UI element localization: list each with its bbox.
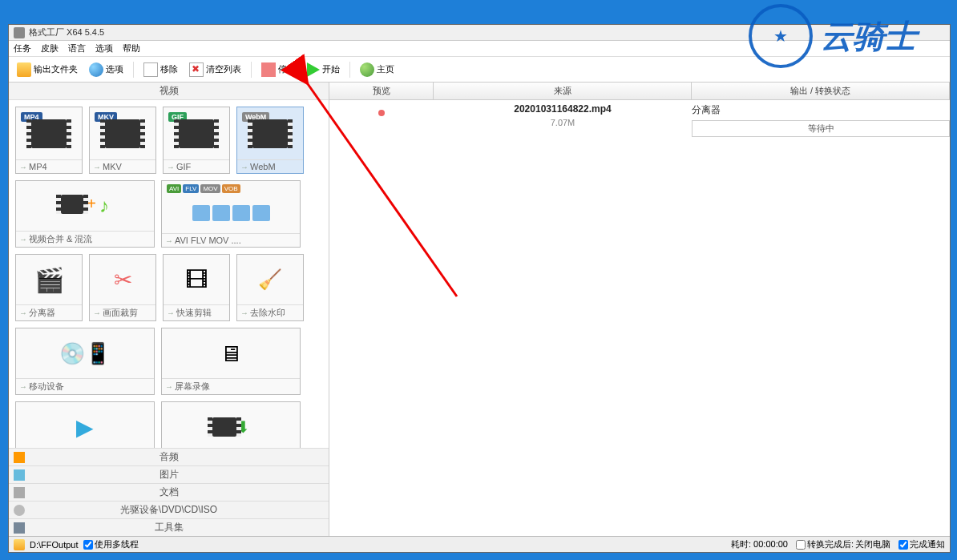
start-button[interactable]: 开始 — [304, 61, 343, 79]
right-panel: 预览 来源 输出 / 转换状态 20201031164822.mp4 7.07M… — [329, 83, 950, 536]
tile-remove-logo[interactable]: 🧹 去除水印 — [236, 254, 304, 321]
options-button[interactable]: 选项 — [86, 61, 127, 79]
tile-mobile[interactable]: 💿📱 移动设备 — [15, 328, 155, 395]
table-body: 20201031164822.mp4 7.07M 分离器 等待中 — [329, 100, 950, 536]
window-title: 格式工厂 X64 5.4.5 — [29, 26, 104, 38]
category-tools[interactable]: 工具集 — [9, 518, 329, 536]
table-row[interactable]: 20201031164822.mp4 7.07M 分离器 等待中 — [329, 100, 950, 142]
player-icon: ▶ — [76, 414, 94, 441]
remove-button[interactable]: 移除 — [140, 61, 181, 79]
output-folder-button[interactable]: 输出文件夹 — [14, 61, 81, 79]
tile-download[interactable]: ⬇ 视频下载 — [161, 401, 301, 448]
globe-icon — [89, 62, 103, 77]
file-name: 20201031164822.mp4 — [434, 103, 692, 115]
conversion-status: 等待中 — [692, 120, 950, 137]
col-preview[interactable]: 预览 — [329, 83, 434, 99]
home-button[interactable]: 主页 — [357, 61, 398, 79]
menu-task[interactable]: 任务 — [14, 42, 31, 54]
tile-gif[interactable]: GIF GIF — [163, 107, 230, 174]
stop-icon — [261, 62, 276, 77]
eraser-icon: 🧹 — [258, 268, 282, 291]
clear-list-button[interactable]: 清空列表 — [186, 61, 244, 79]
category-audio[interactable]: 音频 — [9, 448, 329, 465]
tiles-area: MP4 MP4 MKV MKV GIF GIF WebM WebM — [9, 100, 329, 448]
tile-mkv[interactable]: MKV MKV — [89, 107, 156, 174]
tile-mp4[interactable]: MP4 MP4 — [15, 107, 83, 174]
picture-icon — [14, 469, 25, 481]
menu-opt[interactable]: 选项 — [95, 42, 113, 54]
menu-lang[interactable]: 语言 — [68, 42, 86, 54]
disc-icon: 💿 — [59, 341, 85, 366]
doc-icon — [14, 487, 25, 498]
converter-name: 分离器 — [692, 103, 950, 117]
separator — [133, 62, 134, 78]
clear-icon — [189, 62, 204, 77]
film-icon — [179, 119, 214, 148]
home-icon — [360, 62, 374, 77]
format-badges: AVI FLV MOV VOB — [167, 184, 240, 193]
splitter-icon: 🎬 — [34, 266, 64, 294]
notify-checkbox[interactable]: 完成通知 — [898, 538, 945, 550]
main-content: 视频 MP4 MP4 MKV MKV GIF GIF — [9, 83, 950, 536]
after-convert-checkbox[interactable]: 转换完成后: 关闭电脑 — [796, 538, 890, 550]
film-icon — [252, 119, 288, 148]
category-header-video[interactable]: 视频 — [9, 83, 329, 100]
category-footers: 音频 图片 文档 光驱设备\DVD\CD\ISO 工具集 — [9, 448, 329, 536]
tile-player[interactable]: ▶ 格式播放器 — [15, 401, 155, 448]
separator — [349, 62, 350, 78]
category-picture[interactable]: 图片 — [9, 465, 329, 483]
file-size: 7.07M — [434, 118, 692, 127]
elapsed-label: 耗时: 00:00:00 — [731, 538, 788, 550]
film-icon — [31, 119, 67, 148]
stop-button[interactable]: 停止 — [258, 61, 299, 79]
status-bar: D:\FFOutput 使用多线程 耗时: 00:00:00 转换完成后: 关闭… — [9, 536, 950, 552]
tile-screenrec[interactable]: 🖥 屏幕录像 — [161, 328, 301, 395]
remove-icon — [143, 62, 158, 77]
table-header: 预览 来源 输出 / 转换状态 — [329, 83, 950, 100]
category-document[interactable]: 文档 — [9, 483, 329, 501]
menu-skin[interactable]: 皮肤 — [41, 42, 59, 54]
col-output[interactable]: 输出 / 转换状态 — [692, 83, 950, 99]
watermark-logo: 云骑士 — [709, 0, 957, 72]
tile-webm[interactable]: WebM WebM — [236, 107, 304, 174]
disc-icon — [14, 505, 25, 516]
col-source[interactable]: 来源 — [434, 83, 692, 99]
separator — [251, 62, 252, 78]
scissors-icon: ✂ — [114, 267, 132, 293]
tile-fastedit[interactable]: 🎞 快速剪辑 — [163, 254, 230, 321]
play-icon — [307, 62, 320, 77]
left-panel: 视频 MP4 MP4 MKV MKV GIF GIF — [9, 83, 329, 536]
tile-crop[interactable]: ✂ 画面裁剪 — [89, 254, 156, 321]
menu-help[interactable]: 帮助 — [123, 42, 140, 54]
film-icon — [105, 119, 140, 148]
multithread-checkbox[interactable]: 使用多线程 — [83, 538, 139, 550]
phone-icon: 📱 — [85, 341, 111, 366]
app-window: 格式工厂 X64 5.4.5 任务 皮肤 语言 选项 帮助 输出文件夹 选项 移… — [8, 24, 951, 553]
folder-icon — [17, 62, 31, 77]
tile-aviflv[interactable]: AVI FLV MOV VOB AVI FLV MOV .... — [161, 180, 301, 248]
output-path[interactable]: D:\FFOutput — [30, 540, 79, 550]
folder-icon[interactable] — [14, 539, 25, 550]
audio-icon — [14, 452, 25, 463]
tile-merge[interactable]: +♪ 视频合并 & 混流 — [15, 180, 155, 248]
status-dot — [378, 110, 385, 116]
category-disc[interactable]: 光驱设备\DVD\CD\ISO — [9, 501, 329, 518]
edit-icon: 🎞 — [185, 267, 208, 293]
monitor-icon: 🖥 — [220, 340, 242, 367]
app-icon — [14, 27, 25, 38]
tools-icon — [14, 522, 25, 534]
tile-splitter[interactable]: 🎬 分离器 — [15, 254, 83, 321]
